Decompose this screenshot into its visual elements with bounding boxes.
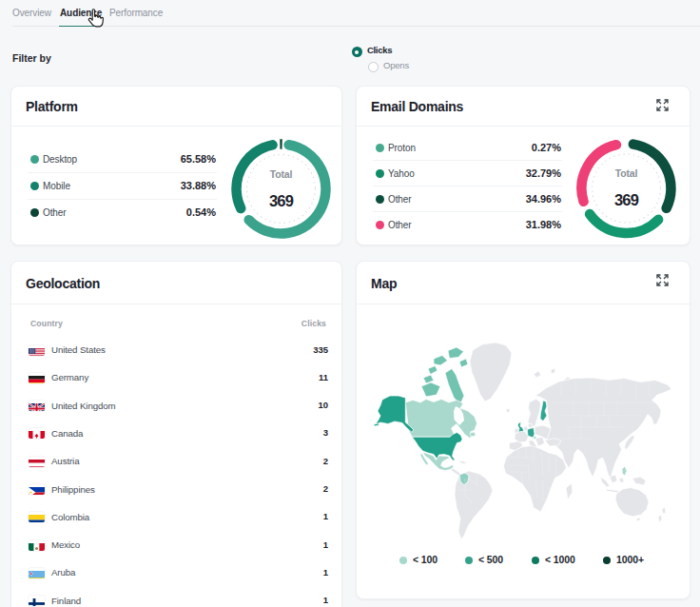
svg-text:Total: Total xyxy=(615,167,638,179)
svg-text:Total: Total xyxy=(270,168,293,180)
svg-text:369: 369 xyxy=(614,191,639,208)
svg-text:369: 369 xyxy=(269,192,294,209)
